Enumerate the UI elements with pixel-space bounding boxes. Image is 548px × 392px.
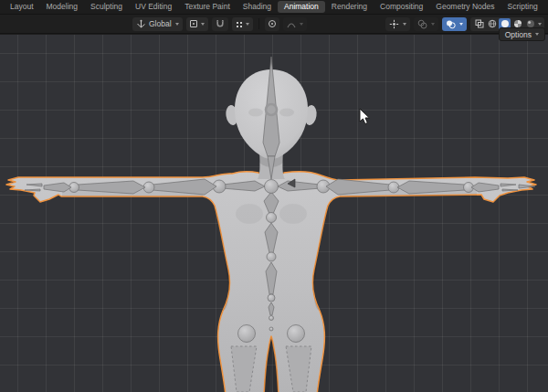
tab-geometry-nodes[interactable]: Geometry Nodes — [429, 1, 501, 13]
snap-magnet-icon — [216, 19, 225, 28]
chevron-down-icon — [403, 23, 406, 26]
pivot-point-icon — [190, 20, 197, 27]
joint-chest — [265, 180, 279, 194]
tab-scripting[interactable]: Scripting — [501, 1, 544, 13]
viewport-header: Global — [0, 14, 548, 34]
joint-hip-left — [238, 325, 256, 343]
tab-modeling[interactable]: Modeling — [40, 1, 85, 13]
xray-icon[interactable] — [473, 18, 485, 30]
tab-compositing[interactable]: Compositing — [374, 1, 429, 13]
joint-pelvis — [269, 316, 274, 321]
transform-orientation-label: Global — [149, 19, 172, 28]
tab-rendering[interactable]: Rendering — [325, 1, 374, 13]
gizmos-icon — [389, 19, 399, 29]
blender-window: Layout Modeling Sculpting UV Editing Tex… — [0, 0, 548, 392]
joint-spine-3 — [268, 294, 275, 302]
chevron-down-icon — [175, 23, 179, 26]
overlay-spheres-icon — [446, 19, 456, 29]
chevron-down-icon — [459, 23, 463, 26]
scene-render — [0, 35, 548, 392]
snap-target-button[interactable] — [232, 17, 253, 31]
chevron-down-icon — [246, 23, 249, 26]
viewport-canvas[interactable] — [0, 35, 548, 392]
tab-uv-editing[interactable]: UV Editing — [129, 1, 178, 13]
toggle-xray-button[interactable] — [442, 17, 467, 31]
chevron-down-icon — [535, 33, 539, 36]
add-workspace-button[interactable]: + — [544, 3, 548, 12]
show-gizmos-button[interactable] — [385, 17, 410, 31]
viewport-header-left: Global — [132, 17, 307, 31]
proportional-editing-button[interactable] — [265, 17, 279, 31]
proportional-editing-icon — [269, 20, 276, 27]
tab-sculpting[interactable]: Sculpting — [84, 1, 129, 13]
options-button-label: Options — [505, 30, 532, 39]
falloff-curve-button[interactable] — [283, 17, 307, 31]
snap-toggle-button[interactable] — [212, 17, 228, 31]
falloff-curve-icon — [287, 20, 296, 28]
wireframe-sphere-icon[interactable] — [486, 18, 498, 30]
joint-spine-1 — [267, 213, 277, 223]
topbar: Layout Modeling Sculpting UV Editing Tex… — [0, 0, 548, 14]
chevron-down-icon — [300, 23, 303, 26]
chevron-down-icon — [431, 23, 435, 26]
snap-target-icon — [236, 21, 242, 27]
tab-animation[interactable]: Animation — [278, 1, 325, 13]
chevron-down-icon — [538, 23, 542, 26]
tab-shading[interactable]: Shading — [237, 1, 278, 13]
chevron-down-icon — [201, 23, 205, 26]
joint-hip-right — [288, 325, 305, 343]
options-button[interactable]: Options — [499, 27, 545, 41]
tab-layout[interactable]: Layout — [4, 1, 40, 13]
show-overlays-button[interactable] — [414, 17, 438, 31]
transform-orientation-icon — [136, 19, 146, 29]
transform-orientation-button[interactable]: Global — [132, 17, 183, 31]
joint-hip-center — [269, 327, 273, 331]
joint-spine-2 — [267, 252, 276, 261]
overlays-icon — [417, 19, 427, 29]
tab-texture-paint[interactable]: Texture Paint — [178, 1, 237, 13]
pivot-point-button[interactable] — [186, 17, 208, 31]
